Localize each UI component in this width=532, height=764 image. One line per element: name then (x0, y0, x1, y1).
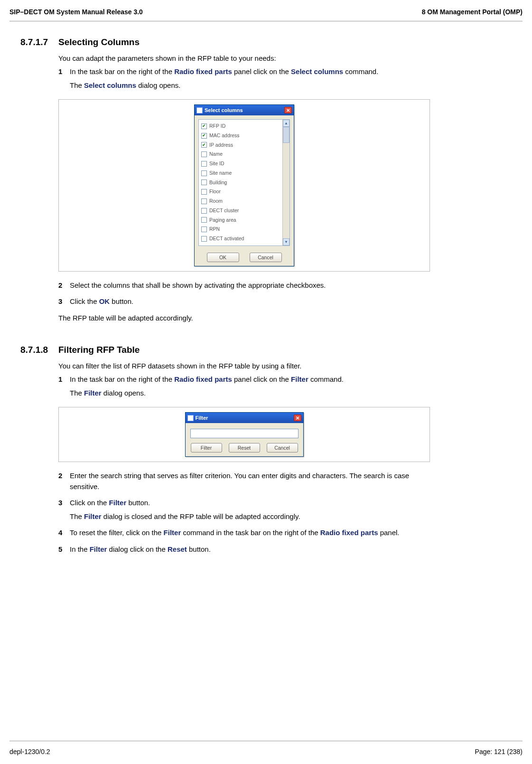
scroll-up-icon[interactable]: ▲ (283, 120, 289, 127)
result-text: The RFP table will be adapted accordingl… (58, 313, 430, 324)
step-body: Click on the Filter button. The Filter d… (70, 498, 430, 525)
step-number: 1 (58, 374, 70, 401)
step-number: 5 (58, 544, 70, 558)
term-filter: Filter (84, 389, 102, 397)
step-number: 3 (58, 296, 70, 310)
term-filter: Filter (164, 528, 181, 537)
scrollbar[interactable]: ▲ ▼ (282, 120, 289, 245)
column-checkbox-list: ✔RFP ID✔MAC address✔IP addressNameSite I… (201, 122, 281, 244)
scroll-thumb[interactable] (283, 127, 289, 143)
page-footer: depl-1230/0.2 Page: 121 (238) (9, 741, 523, 757)
column-option-label: Room (209, 198, 223, 205)
cancel-button[interactable]: Cancel (250, 253, 282, 262)
dialog-app-icon (187, 415, 194, 421)
section-number: 8.7.1.7 (20, 36, 58, 49)
step-text: In the Filter dialog click on the Reset … (70, 544, 430, 555)
checkbox-icon[interactable] (201, 198, 207, 204)
term-filter: Filter (109, 499, 127, 507)
checkbox-icon[interactable] (201, 151, 207, 157)
checkbox-icon[interactable] (201, 170, 207, 176)
checkbox-icon[interactable]: ✔ (201, 133, 207, 139)
select-columns-dialog: Select columns ✕ ✔RFP ID✔MAC address✔IP … (194, 104, 294, 266)
section-title: Selecting Columns (58, 36, 140, 49)
figure-select-columns-dialog: Select columns ✕ ✔RFP ID✔MAC address✔IP … (58, 99, 430, 272)
scroll-down-icon[interactable]: ▼ (283, 238, 289, 245)
footer-left: depl-1230/0.2 (9, 747, 50, 757)
column-option-label: Floor (209, 188, 221, 196)
term-radio-fixed-parts: Radio fixed parts (174, 67, 232, 75)
term-filter: Filter (84, 512, 102, 520)
checkbox-icon[interactable] (201, 236, 207, 242)
checkbox-icon[interactable] (201, 161, 207, 167)
cancel-button[interactable]: Cancel (267, 443, 298, 453)
checkbox-icon[interactable]: ✔ (201, 142, 207, 148)
column-option-label: Site name (209, 170, 232, 177)
filter-button[interactable]: Filter (191, 443, 222, 453)
column-option[interactable]: DECT cluster (201, 206, 281, 216)
dialog-titlebar[interactable]: Select columns ✕ (195, 105, 294, 115)
column-option[interactable]: Floor (201, 187, 281, 197)
column-option-label: Building (209, 179, 227, 187)
column-option[interactable]: Building (201, 178, 281, 188)
step-text: Select the columns that shall be shown b… (70, 280, 430, 291)
step-text: To reset the filter, click on the Filter… (70, 528, 430, 538)
checkbox-icon[interactable]: ✔ (201, 123, 207, 129)
term-filter: Filter (291, 375, 308, 383)
step-text: Enter the search string that serves as f… (70, 471, 430, 492)
filter-dialog: Filter ✕ Filter Reset Cancel (185, 412, 304, 457)
step-number: 4 (58, 528, 70, 541)
dialog-title: Select columns (205, 106, 243, 114)
step-number: 1 (58, 66, 70, 94)
step-number: 2 (58, 471, 70, 495)
checkbox-icon[interactable] (201, 208, 207, 214)
column-option[interactable]: Paging area (201, 216, 281, 225)
dialog-titlebar[interactable]: Filter ✕ (186, 413, 303, 423)
page-header: SIP–DECT OM System Manual Release 3.0 8 … (9, 7, 523, 21)
step-number: 3 (58, 498, 70, 525)
column-option[interactable]: ✔RFP ID (201, 122, 281, 131)
column-option-label: DECT cluster (209, 207, 239, 215)
checkbox-icon[interactable] (201, 189, 207, 195)
term-radio-fixed-parts: Radio fixed parts (320, 528, 378, 537)
term-reset: Reset (168, 545, 187, 553)
term-ok: OK (99, 297, 110, 305)
dialog-title: Filter (196, 414, 208, 422)
step-number: 2 (58, 280, 70, 294)
column-option-label: Name (209, 151, 223, 158)
section-number: 8.7.1.8 (20, 343, 58, 357)
header-right: 8 OM Management Portal (OMP) (422, 7, 523, 17)
checkbox-icon[interactable] (201, 226, 207, 232)
column-option[interactable]: Site ID (201, 159, 281, 169)
column-option-label: RPN (209, 226, 220, 233)
column-option[interactable]: DECT activated (201, 234, 281, 244)
section-heading-2: 8.7.1.8 Filtering RFP Table (9, 343, 523, 357)
intro-text: You can adapt the parameters shown in th… (58, 53, 430, 64)
intro-text: You can filter the list of RFP datasets … (58, 361, 430, 372)
column-option-label: RFP ID (209, 123, 225, 130)
column-option[interactable]: Name (201, 150, 281, 159)
checkbox-icon[interactable] (201, 217, 207, 223)
column-option[interactable]: Site name (201, 169, 281, 178)
footer-right: Page: 121 (238) (475, 747, 523, 757)
dialog-app-icon (196, 107, 203, 113)
step-body: In the task bar on the right of the Radi… (70, 374, 430, 401)
term-radio-fixed-parts: Radio fixed parts (174, 375, 232, 383)
term-select-columns: Select columns (291, 67, 343, 75)
column-option-label: MAC address (209, 132, 240, 140)
checkbox-icon[interactable] (201, 179, 207, 185)
column-option-label: IP address (209, 141, 233, 149)
section-heading-1: 8.7.1.7 Selecting Columns (9, 36, 523, 49)
figure-filter-dialog: Filter ✕ Filter Reset Cancel (58, 407, 430, 462)
column-option[interactable]: Room (201, 197, 281, 206)
column-option[interactable]: ✔MAC address (201, 131, 281, 141)
filter-input[interactable] (190, 429, 299, 438)
column-option[interactable]: ✔IP address (201, 141, 281, 150)
column-option-label: Site ID (209, 160, 224, 168)
column-option[interactable]: RPN (201, 225, 281, 234)
step-body: In the task bar on the right of the Radi… (70, 66, 430, 94)
close-icon[interactable]: ✕ (294, 415, 301, 421)
column-option-label: Paging area (209, 217, 236, 224)
ok-button[interactable]: OK (207, 253, 239, 262)
close-icon[interactable]: ✕ (284, 107, 292, 113)
reset-button[interactable]: Reset (229, 443, 260, 453)
